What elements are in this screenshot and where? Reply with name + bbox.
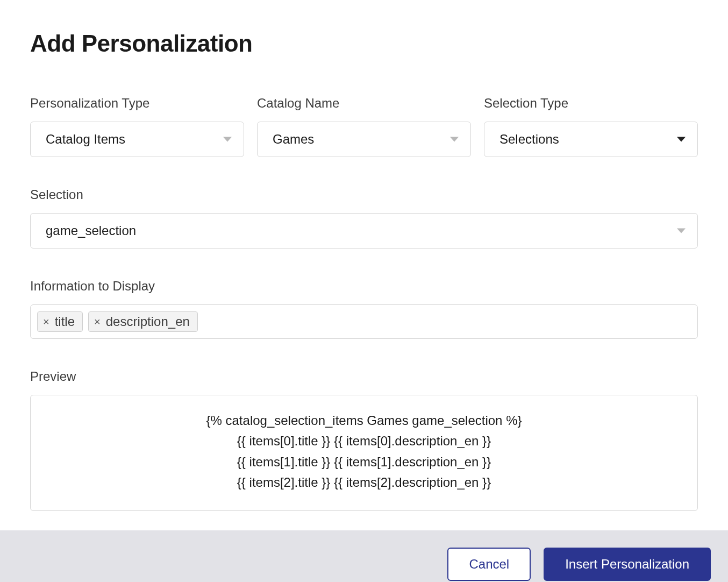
insert-personalization-button[interactable]: Insert Personalization [544, 548, 711, 581]
personalization-type-value: Catalog Items [46, 132, 125, 147]
selection-type-label: Selection Type [484, 96, 698, 111]
personalization-type-label: Personalization Type [30, 96, 244, 111]
caret-down-icon [677, 137, 686, 142]
catalog-name-select[interactable]: Games [257, 122, 471, 157]
caret-down-icon [223, 137, 232, 142]
preview-label: Preview [30, 369, 698, 384]
modal-footer: Cancel Insert Personalization [0, 530, 728, 582]
selection-select[interactable]: game_selection [30, 213, 698, 249]
tag-label: description_en [106, 314, 190, 329]
page-title: Add Personalization [30, 30, 698, 57]
remove-tag-icon[interactable]: × [94, 316, 101, 327]
preview-box: {% catalog_selection_items Games game_se… [30, 395, 698, 511]
caret-down-icon [450, 137, 459, 142]
info-to-display-label: Information to Display [30, 279, 698, 294]
selection-label: Selection [30, 187, 698, 202]
catalog-name-value: Games [273, 132, 314, 147]
selection-type-select[interactable]: Selections [484, 122, 698, 157]
tag-title[interactable]: × title [37, 311, 83, 332]
selection-type-value: Selections [499, 132, 559, 147]
catalog-name-label: Catalog Name [257, 96, 471, 111]
remove-tag-icon[interactable]: × [43, 316, 49, 327]
cancel-button[interactable]: Cancel [447, 548, 531, 581]
tag-label: title [55, 314, 75, 329]
caret-down-icon [677, 229, 686, 233]
info-to-display-input[interactable]: × title × description_en [30, 304, 698, 339]
tag-description-en[interactable]: × description_en [88, 311, 198, 332]
personalization-type-select[interactable]: Catalog Items [30, 122, 244, 157]
selection-value: game_selection [46, 223, 136, 238]
